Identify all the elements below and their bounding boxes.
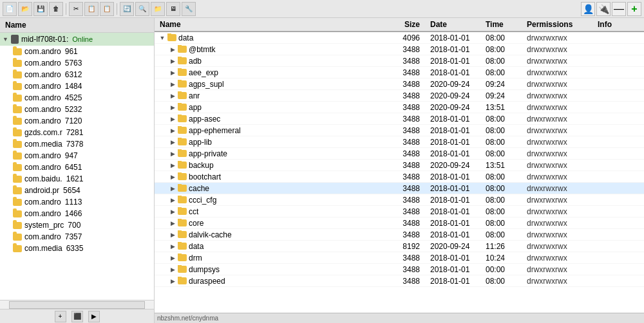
expand-btn[interactable]: ▶ [169, 127, 176, 134]
table-row[interactable]: ▶ drm 3488 2018-01-01 10:24 drwxrwxrwx [155, 252, 644, 264]
toolbar-btn-search[interactable]: 🔍 [135, 2, 149, 16]
table-row[interactable]: ▶ backup 3488 2020-09-24 13:51 drwxrwxrw… [155, 160, 644, 171]
left-item[interactable]: com.andro 5232 [0, 104, 154, 115]
left-item[interactable]: com.andro 6451 [0, 162, 154, 173]
expand-btn[interactable]: ▼ [159, 35, 166, 41]
left-scrollbar-track[interactable] [9, 301, 145, 309]
expand-btn[interactable]: ▶ [169, 46, 176, 53]
table-row[interactable]: ▶ cct 3488 2018-01-01 08:00 drwxrwxrwx [155, 206, 644, 217]
left-item[interactable]: com.media 6335 [0, 243, 154, 254]
file-time: 08:00 [483, 57, 522, 66]
left-scrollbar-horizontal[interactable] [0, 300, 154, 309]
left-item[interactable]: com.andro 1466 [0, 208, 154, 219]
expand-btn[interactable]: ▶ [169, 116, 176, 122]
file-name: data [178, 33, 193, 42]
left-item[interactable]: com.andro 1113 [0, 196, 154, 208]
table-row[interactable]: ▶ dalvik-cache 3488 2018-01-01 08:00 drw… [155, 229, 644, 241]
toolbar-btn-folder[interactable]: 📁 [151, 2, 165, 16]
toolbar-btn-save[interactable]: 💾 [33, 2, 48, 16]
toolbar-minimize-btn[interactable]: — [612, 2, 626, 16]
left-file-list[interactable]: ▼ mid-lf708t-01: Online com.andro 961 co… [0, 33, 154, 300]
left-item[interactable]: com.andro 6312 [0, 69, 154, 80]
expand-btn[interactable]: ▶ [169, 162, 176, 169]
expand-btn[interactable]: ▶ [169, 174, 176, 180]
expand-btn[interactable]: ▶ [169, 208, 176, 215]
expand-btn[interactable]: ▶ [169, 81, 176, 88]
toolbar-btn-settings[interactable]: 🔧 [182, 2, 196, 16]
toolbar-user-btn[interactable]: 👤 [581, 2, 595, 16]
expand-btn[interactable]: ▶ [169, 104, 176, 111]
left-item[interactable]: com.andro 4525 [0, 92, 154, 104]
expand-btn[interactable]: ▶ [169, 243, 176, 250]
left-bottom-btn-2[interactable]: ⬛ [71, 311, 83, 322]
table-row[interactable]: ▶ app-lib 3488 2018-01-01 08:00 drwxrwxr… [155, 136, 644, 148]
left-item[interactable]: com.andro 961 [0, 46, 154, 57]
file-name: dalvik-cache [189, 230, 232, 239]
file-time: 08:00 [483, 196, 522, 205]
expand-btn[interactable]: ▶ [169, 93, 176, 99]
left-item[interactable]: com.andro 5763 [0, 57, 154, 69]
table-row[interactable]: ▶ app-ephemeral 3488 2018-01-01 08:00 dr… [155, 125, 644, 136]
table-row[interactable]: ▶ aee_exp 3488 2018-01-01 08:00 drwxrwxr… [155, 67, 644, 78]
table-row[interactable]: ▶ app 3488 2020-09-24 13:51 drwxrwxrwx [155, 102, 644, 113]
expand-btn[interactable]: ▶ [169, 197, 176, 203]
expand-btn[interactable]: ▶ [169, 69, 176, 76]
expand-btn[interactable]: ▶ [169, 255, 176, 261]
expand-btn[interactable]: ▶ [169, 139, 176, 145]
table-row[interactable]: ▶ anr 3488 2020-09-24 09:24 drwxrwxrwx [155, 90, 644, 102]
toolbar-btn-copy[interactable]: 📋 [84, 2, 99, 16]
expand-btn[interactable]: ▶ [169, 151, 176, 157]
file-time: 08:00 [483, 207, 522, 216]
table-row[interactable]: ▼ data 4096 2018-01-01 08:00 drwxrwxrwx [155, 32, 644, 44]
expand-btn[interactable]: ▶ [169, 266, 176, 273]
table-row[interactable]: ▶ app-private 3488 2018-01-01 08:00 drwx… [155, 148, 644, 160]
toolbar-connect-btn[interactable]: 🔌 [596, 2, 611, 16]
toolbar-btn-1[interactable]: 📄 [3, 2, 17, 16]
left-item-device[interactable]: ▼ mid-lf708t-01: Online [0, 33, 154, 46]
table-row[interactable]: ▶ ccci_cfg 3488 2018-01-01 08:00 drwxrwx… [155, 194, 644, 206]
left-item[interactable]: com.andro 7357 [0, 231, 154, 243]
table-row[interactable]: ▶ cache 3488 2018-01-01 08:00 drwxrwxrwx [155, 183, 644, 194]
expand-btn[interactable]: ▶ [169, 220, 176, 226]
toolbar-btn-paste[interactable]: 📋 [100, 2, 114, 16]
toolbar-btn-delete[interactable]: 🗑 [49, 2, 63, 16]
expand-btn[interactable]: ▶ [169, 58, 176, 64]
file-name-cell: ▶ app-asec [155, 115, 386, 124]
expand-btn[interactable]: ▶ [169, 278, 176, 284]
left-item[interactable]: com.andro 947 [0, 150, 154, 162]
left-bottom-btn-1[interactable]: + [55, 311, 66, 322]
file-list[interactable]: ▼ data 4096 2018-01-01 08:00 drwxrwxrwx … [155, 32, 644, 313]
table-row[interactable]: ▶ bootchart 3488 2018-01-01 08:00 drwxrw… [155, 171, 644, 183]
left-bottom-btn-3[interactable]: ▶ [88, 311, 100, 322]
toolbar-btn-cut[interactable]: ✂ [69, 2, 83, 16]
table-row[interactable]: ▶ data 8192 2020-09-24 11:26 drwxrwxrwx [155, 241, 644, 252]
left-item[interactable]: com.andro 7120 [0, 115, 154, 127]
table-row[interactable]: ▶ app-asec 3488 2018-01-01 08:00 drwxrwx… [155, 113, 644, 125]
file-date: 2020-09-24 [425, 80, 483, 89]
left-item[interactable]: android.pr 5654 [0, 185, 154, 196]
file-name: dumpsys [189, 265, 220, 274]
left-item[interactable]: com.baidu. 1621 [0, 173, 154, 185]
expand-btn[interactable]: ▶ [169, 185, 176, 192]
left-item[interactable]: com.andro 1484 [0, 80, 154, 92]
toolbar-add-btn[interactable]: + [627, 2, 641, 16]
folder-icon [13, 245, 22, 252]
table-row[interactable]: ▶ dumpsys 3488 2018-01-01 00:00 drwxrwxr… [155, 264, 644, 275]
folder-icon [13, 210, 22, 217]
table-row[interactable]: ▶ core 3488 2018-01-01 08:00 drwxrwxrwx [155, 217, 644, 229]
expand-btn[interactable]: ▶ [169, 232, 176, 238]
toolbar-btn-refresh[interactable]: 🔄 [120, 2, 134, 16]
right-bottom-bar: nbzshm.net/cnydnma [155, 313, 644, 323]
table-row[interactable]: ▶ @btmtk 3488 2018-01-01 08:00 drwxrwxrw… [155, 44, 644, 55]
table-row[interactable]: ▶ duraspeed 3488 2018-01-01 08:00 drwxrw… [155, 275, 644, 287]
phone-icon [11, 35, 19, 44]
left-item[interactable]: com.media 7378 [0, 138, 154, 150]
table-row[interactable]: ▶ agps_supl 3488 2020-09-24 09:24 drwxrw… [155, 78, 644, 90]
table-row[interactable]: ▶ adb 3488 2018-01-01 08:00 drwxrwxrwx [155, 55, 644, 67]
left-item[interactable]: system_prc 700 [0, 219, 154, 231]
left-item-label: com.andro [24, 47, 61, 56]
toolbar-btn-computer[interactable]: 🖥 [166, 2, 180, 16]
left-item[interactable]: gzds.com.r 7281 [0, 127, 154, 138]
toolbar-btn-2[interactable]: 📂 [18, 2, 32, 16]
left-item-label: com.andro [24, 59, 61, 68]
